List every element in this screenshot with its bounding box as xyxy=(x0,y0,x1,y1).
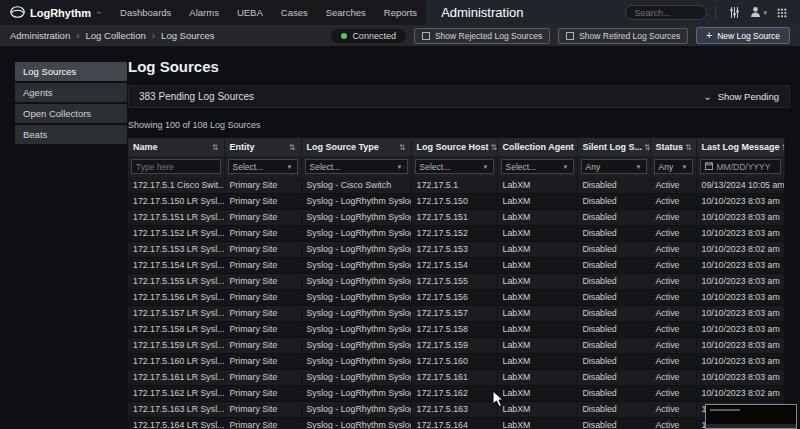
sidebar-item[interactable]: Beats xyxy=(15,125,127,144)
cell-name: 172.17.5.157 LR Sysl... xyxy=(128,305,224,321)
nav-item[interactable]: Cases xyxy=(272,0,317,25)
cell-collection-agent: LabXM xyxy=(497,225,577,241)
nav-item[interactable]: Dashboards xyxy=(111,0,180,25)
table-row[interactable]: 172.17.5.156 LR Sysl... Primary Site Sys… xyxy=(128,289,784,305)
breadcrumb-administration[interactable]: Administration xyxy=(10,30,70,41)
cell-entity: Primary Site xyxy=(224,225,301,241)
cell-log-source-host: 172.17.5.156 xyxy=(411,289,497,305)
table-row[interactable]: 172.17.5.160 LR Sysl... Primary Site Sys… xyxy=(128,353,784,369)
silent-log-filter-select[interactable]: Any ▼ xyxy=(581,159,647,174)
cell-last-log-message: 10/10/2023 8:02 am xyxy=(696,241,784,257)
main-menu: Dashboards Alarms UEBA Cases Searches Re… xyxy=(111,0,426,25)
chevron-down-icon: ▼ xyxy=(287,164,293,170)
cell-log-source-type: Syslog - LogRhythm Syslog Ge... xyxy=(301,417,411,429)
sidebar-item[interactable]: Open Collectors xyxy=(15,104,127,123)
table-row[interactable]: 172.17.5.164 LR Sysl... Primary Site Sys… xyxy=(128,417,784,429)
cell-collection-agent: LabXM xyxy=(497,289,577,305)
table-row[interactable]: 172.17.5.152 LR Sysl... Primary Site Sys… xyxy=(128,225,784,241)
table-row[interactable]: 172.17.5.159 LR Sysl... Primary Site Sys… xyxy=(128,337,784,353)
sidebar-item[interactable]: Log Sources xyxy=(15,62,127,81)
table-row[interactable]: 172.17.5.163 LR Sysl... Primary Site Sys… xyxy=(128,401,784,417)
show-retired-label: Show Retired Log Sources xyxy=(579,31,680,41)
preferences-sliders-icon[interactable] xyxy=(724,7,745,18)
table-row[interactable]: 172.17.5.150 LR Sysl... Primary Site Sys… xyxy=(128,193,784,209)
last-log-date-filter[interactable]: MM/DD/YYYY xyxy=(700,159,781,174)
cell-collection-agent: LabXM xyxy=(497,305,577,321)
column-header[interactable]: Last Log Message ⇅ xyxy=(696,138,784,156)
log-source-type-filter-select[interactable]: Select... ▼ xyxy=(305,159,408,174)
cell-status: Active xyxy=(650,305,696,321)
cell-log-source-type: Syslog - LogRhythm Syslog Ge... xyxy=(301,337,411,353)
cell-silent-log: Disabled xyxy=(577,241,650,257)
cell-log-source-type: Syslog - LogRhythm Syslog Ge... xyxy=(301,241,411,257)
breadcrumb-log-collection[interactable]: Log Collection xyxy=(86,30,146,41)
table-row[interactable]: 172.17.5.1 Cisco Swit... Primary Site Sy… xyxy=(128,177,784,193)
sidebar-item[interactable]: Agents xyxy=(15,83,127,102)
column-header[interactable]: Entity ⇅ xyxy=(224,138,301,156)
log-source-host-filter-select[interactable]: Select... ▼ xyxy=(415,159,494,174)
app-grid-icon[interactable] xyxy=(772,8,792,18)
cell-silent-log: Disabled xyxy=(577,401,650,417)
table-row[interactable]: 172.17.5.158 LR Sysl... Primary Site Sys… xyxy=(128,321,784,337)
mini-preview-window[interactable] xyxy=(705,404,797,429)
table-row[interactable]: 172.17.5.153 LR Sysl... Primary Site Sys… xyxy=(128,241,784,257)
cell-collection-agent: LabXM xyxy=(497,321,577,337)
table-row[interactable]: 172.17.5.151 LR Sysl... Primary Site Sys… xyxy=(128,209,784,225)
cell-collection-agent: LabXM xyxy=(497,353,577,369)
show-rejected-checkbox[interactable]: Show Rejected Log Sources xyxy=(414,28,550,44)
nav-item[interactable]: Searches xyxy=(317,0,375,25)
breadcrumb: Administration › Log Collection › Log So… xyxy=(10,30,214,41)
cell-log-source-host: 172.17.5.163 xyxy=(411,401,497,417)
checkbox-icon xyxy=(422,32,430,40)
logo-text: LogRhythm xyxy=(30,7,91,19)
cell-silent-log: Disabled xyxy=(577,257,650,273)
connected-dot-icon xyxy=(341,33,347,39)
cell-collection-agent: LabXM xyxy=(497,241,577,257)
mini-preview-screen xyxy=(707,406,795,424)
column-header[interactable]: Collection Agent ⇅ xyxy=(497,138,577,156)
status-filter-select[interactable]: Any ▼ xyxy=(654,159,693,174)
cell-name: 172.17.5.161 LR Sysl... xyxy=(128,369,224,385)
column-header[interactable]: Log Source Host ⇅ xyxy=(411,138,497,156)
nav-item-administration[interactable]: Administration xyxy=(426,0,538,25)
user-menu[interactable]: ▾ xyxy=(745,6,772,19)
entity-filter-select[interactable]: Select... ▼ xyxy=(228,159,298,174)
collection-agent-filter-select[interactable]: Select... ▼ xyxy=(501,159,574,174)
breadcrumb-log-sources[interactable]: Log Sources xyxy=(161,30,214,41)
plus-icon: + xyxy=(706,32,712,40)
cell-status: Active xyxy=(650,241,696,257)
sort-icon: ⇅ xyxy=(289,143,296,152)
chevron-down-icon: ▼ xyxy=(397,164,403,170)
column-header-label: Name xyxy=(133,142,158,152)
new-log-source-button[interactable]: + New Log Source xyxy=(696,27,790,44)
show-pending-toggle[interactable]: ⌄ Show Pending xyxy=(703,91,779,102)
nav-item[interactable]: UEBA xyxy=(228,0,272,25)
nav-item[interactable]: Alarms xyxy=(180,0,228,25)
cell-last-log-message: 09/13/2024 10:05 am xyxy=(696,177,784,193)
logrhythm-logo[interactable]: LogRhythm ™ xyxy=(0,0,111,25)
column-header-label: Last Log Message xyxy=(702,142,780,152)
column-header[interactable]: Name ⇅ xyxy=(128,138,224,156)
table-row[interactable]: 172.17.5.154 LR Sysl... Primary Site Sys… xyxy=(128,257,784,273)
cell-collection-agent: LabXM xyxy=(497,337,577,353)
sort-icon: ⇅ xyxy=(644,143,650,152)
cell-silent-log: Disabled xyxy=(577,209,650,225)
column-header[interactable]: Log Source Type ⇅ xyxy=(301,138,411,156)
nav-item[interactable]: Reports xyxy=(375,0,426,25)
cell-log-source-type: Syslog - Cisco Switch xyxy=(301,177,411,193)
table-row[interactable]: 172.17.5.162 LR Sysl... Primary Site Sys… xyxy=(128,385,784,401)
table-row[interactable]: 172.17.5.157 LR Sysl... Primary Site Sys… xyxy=(128,305,784,321)
cell-silent-log: Disabled xyxy=(577,225,650,241)
name-filter-input[interactable] xyxy=(131,159,221,174)
cell-silent-log: Disabled xyxy=(577,305,650,321)
column-header[interactable]: Silent Log S... ⇅ xyxy=(577,138,650,156)
mini-preview-content xyxy=(710,409,740,411)
cell-name: 172.17.5.164 LR Sysl... xyxy=(128,417,224,429)
column-header[interactable]: Status ⇅ xyxy=(650,138,696,156)
cell-log-source-host: 172.17.5.158 xyxy=(411,321,497,337)
table-row[interactable]: 172.17.5.155 LR Sysl... Primary Site Sys… xyxy=(128,273,784,289)
show-retired-checkbox[interactable]: Show Retired Log Sources xyxy=(558,28,688,44)
global-search-input[interactable] xyxy=(625,5,707,20)
table-row[interactable]: 172.17.5.161 LR Sysl... Primary Site Sys… xyxy=(128,369,784,385)
sort-icon: ⇅ xyxy=(491,143,497,152)
